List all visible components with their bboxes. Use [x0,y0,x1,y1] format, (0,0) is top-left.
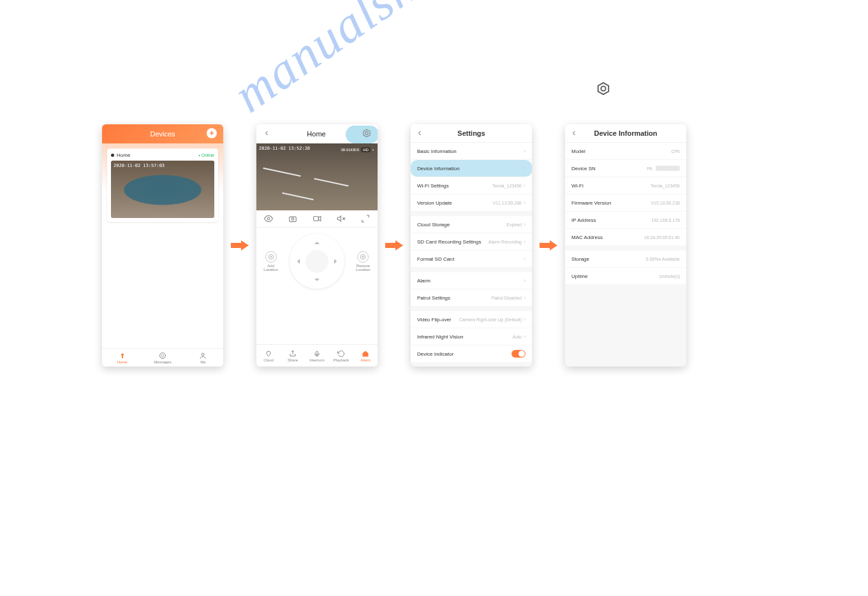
svg-marker-27 [385,240,403,251]
settings-item[interactable]: Patrol SettingsPatrol Disabled› [411,289,532,306]
highlight-oval [346,126,378,143]
video-area[interactable]: 2020-11-02 13:52:20 38.91KB/S HD • [256,143,378,210]
camera-icon[interactable] [288,214,297,223]
settings-item: MAC Addressc8:2a:35:00:01:4b [565,229,686,245]
settings-item[interactable]: SD Card Recording SettingsAlarm Recordin… [411,233,532,251]
tab-cloud[interactable]: Cloud [256,345,281,367]
ptz-joystick[interactable] [290,234,344,289]
devices-header: Devices + [102,124,223,143]
video-timestamp: 2020-11-02 13:52:20 [259,146,310,151]
svg-marker-8 [231,240,249,251]
svg-rect-25 [316,351,318,355]
add-location-button[interactable]: Add Location [263,251,278,272]
screen-device-info: Device Information ModelCP6Device SNPAWi… [565,124,686,367]
settings-item[interactable]: Infrared Night VisionAuto› [411,328,532,345]
tab-home[interactable]: Home [102,349,142,367]
video-controls [256,210,378,228]
arrow-icon [385,241,403,250]
settings-item[interactable]: Format SD Card› [411,251,532,267]
settings-button[interactable] [362,129,371,139]
settings-item[interactable]: Version UpdateV11.13.00.286› [411,194,532,211]
svg-rect-3 [122,356,123,358]
toggle-switch[interactable] [511,350,526,358]
tab-intercom[interactable]: Intercom [305,345,329,367]
svg-point-2 [121,353,124,356]
deviceinfo-title: Device Information [594,129,657,137]
settings-item: ModelCP6 [565,143,686,160]
video-bitrate-row: 38.91KB/S HD • [341,147,374,152]
tab-alarm[interactable]: Alarm [353,345,378,367]
svg-point-23 [362,256,364,258]
devices-body: Home • Online 2020-11-02 13:57:03 [102,143,223,359]
settings-item: Wi-FiTenda_123456 [565,177,686,194]
back-button[interactable] [416,129,423,138]
mute-icon[interactable] [337,214,346,223]
settings-header: Settings [411,124,532,143]
device-status: • Online [198,153,214,157]
settings-item: Device SNPA [565,160,686,177]
svg-point-4 [159,353,165,358]
tab-playback[interactable]: Playback [329,345,353,367]
svg-point-5 [161,354,162,355]
screenshot-row: Devices + Home • Online 2020-11-02 13:57… [102,124,686,367]
device-thumbnail: 2020-11-02 13:57:03 [111,161,214,218]
ptz-area: Add Location Restore Location [256,228,378,295]
back-button[interactable] [570,129,578,138]
screen-devices: Devices + Home • Online 2020-11-02 13:57… [102,124,223,367]
bottom-tab-bar: HomeMessagesMe [102,348,223,367]
svg-marker-9 [364,129,371,137]
screen-liveview: Home 2020-11-02 13:52:20 38.91KB/S HD • [256,124,378,367]
svg-marker-15 [318,217,321,221]
settings-item[interactable]: Wi-Fi SettingsTenda_123456› [411,177,532,194]
fullscreen-icon[interactable] [361,214,370,223]
svg-rect-12 [290,217,297,222]
devices-title: Devices [150,130,175,138]
watermark: manualshive.com [223,0,564,124]
svg-point-1 [601,86,605,91]
record-icon[interactable] [313,214,321,223]
liveview-title: Home [307,130,325,138]
device-card[interactable]: Home • Online 2020-11-02 13:57:03 [107,149,218,222]
settings-item[interactable]: Video Flip-overCamera Right-side Up (Def… [411,311,532,328]
settings-item[interactable]: Alarm› [411,272,532,289]
svg-point-13 [291,218,294,221]
tab-me[interactable]: Me [183,349,223,367]
svg-rect-14 [314,217,319,221]
arrow-icon [231,241,249,250]
svg-point-6 [163,354,164,355]
restore-location-button[interactable]: Restore Location [356,251,371,272]
svg-marker-16 [337,216,341,221]
svg-point-11 [267,217,270,220]
back-button[interactable] [263,129,270,138]
tab-messages[interactable]: Messages [142,349,182,367]
eye-icon[interactable] [264,214,273,223]
thumb-timestamp: 2020-11-02 13:57:03 [114,163,165,168]
svg-point-7 [202,353,204,356]
add-device-button[interactable]: + [207,128,217,138]
settings-item: IP Address192.168.0.178 [565,212,686,229]
liveview-tab-bar: CloudShareIntercomPlaybackAlarm [256,344,378,367]
settings-item[interactable]: Device Indicator [411,345,532,362]
svg-point-22 [361,254,366,259]
settings-nut-icon [596,82,610,98]
document-page: manualshive.com Devices + Home • Online … [0,0,868,596]
settings-item[interactable]: Cloud StorageExpired› [411,216,532,233]
svg-point-10 [365,132,369,135]
svg-marker-0 [598,83,609,94]
deviceinfo-header: Device Information [565,124,686,143]
quality-badge[interactable]: HD [361,147,371,152]
settings-item: Storage0.00%s Available [565,251,686,268]
settings-title: Settings [457,129,485,137]
svg-marker-28 [540,240,557,251]
liveview-header: Home [256,124,378,143]
screen-settings: Settings Basic Information›Device Inform… [411,124,532,367]
arrow-icon [540,241,557,250]
tab-share[interactable]: Share [281,345,305,367]
settings-item[interactable]: Basic Information› [411,143,532,160]
settings-item: Uptime1minute(s) [565,268,686,284]
settings-item: Firmware VersionV15.10.00.238 [565,194,686,212]
device-name: Home [111,152,130,158]
settings-item[interactable]: Device Information› [411,160,532,177]
